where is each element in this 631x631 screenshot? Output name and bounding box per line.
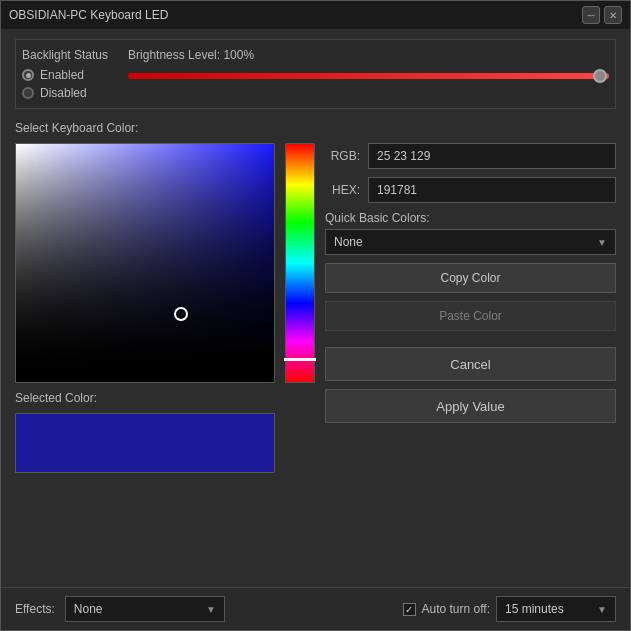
auto-turn-off-dropdown[interactable]: 15 minutes ▼	[496, 596, 616, 622]
selected-color-swatch	[15, 413, 275, 473]
backlight-label: Backlight Status	[22, 48, 108, 62]
enabled-label: Enabled	[40, 68, 84, 82]
chevron-down-icon: ▼	[597, 237, 607, 248]
color-gradient[interactable]	[15, 143, 275, 383]
effects-chevron-icon: ▼	[206, 604, 216, 615]
main-window: OBSIDIAN-PC Keyboard LED ─ ✕ Backlight S…	[0, 0, 631, 631]
title-bar: OBSIDIAN-PC Keyboard LED ─ ✕	[1, 1, 630, 29]
gradient-cursor	[174, 307, 188, 321]
right-panel: RGB: HEX: Quick Basic Colors: None ▼ Cop…	[325, 143, 616, 423]
title-bar-controls: ─ ✕	[582, 6, 622, 24]
paste-color-button[interactable]: Paste Color	[325, 301, 616, 331]
brightness-label: Brightness Level: 100%	[128, 48, 609, 62]
disabled-label: Disabled	[40, 86, 87, 100]
cancel-button[interactable]: Cancel	[325, 347, 616, 381]
effects-dropdown[interactable]: None ▼	[65, 596, 225, 622]
hex-row: HEX:	[325, 177, 616, 203]
minimize-button[interactable]: ─	[582, 6, 600, 24]
color-section-label: Select Keyboard Color:	[15, 121, 616, 135]
top-section: Backlight Status Enabled Disabled Bright…	[15, 39, 616, 109]
quick-colors-label: Quick Basic Colors:	[325, 211, 616, 225]
effects-selected: None	[74, 602, 103, 616]
rgb-label: RGB:	[325, 149, 360, 163]
hue-slider-container	[285, 143, 315, 383]
copy-color-button[interactable]: Copy Color	[325, 263, 616, 293]
backlight-group: Backlight Status Enabled Disabled	[22, 48, 108, 100]
brightness-slider-track[interactable]	[128, 73, 609, 79]
main-content: Backlight Status Enabled Disabled Bright…	[1, 29, 630, 587]
rgb-row: RGB:	[325, 143, 616, 169]
auto-chevron-icon: ▼	[597, 604, 607, 615]
rgb-input[interactable]	[368, 143, 616, 169]
color-picker-area: Selected Color: RGB: HEX:	[15, 143, 616, 473]
bottom-bar: Effects: None ▼ Auto turn off: 15 minute…	[1, 587, 630, 630]
hex-label: HEX:	[325, 183, 360, 197]
color-gradient-wrapper: Selected Color:	[15, 143, 275, 473]
hue-thumb	[284, 358, 316, 361]
enabled-radio[interactable]	[22, 69, 34, 81]
auto-turn-section: Auto turn off: 15 minutes ▼	[403, 596, 617, 622]
auto-turn-off-selected: 15 minutes	[505, 602, 564, 616]
auto-turn-off-checkbox[interactable]	[403, 603, 416, 616]
disabled-radio-row[interactable]: Disabled	[22, 86, 108, 100]
window-title: OBSIDIAN-PC Keyboard LED	[9, 8, 168, 22]
disabled-radio[interactable]	[22, 87, 34, 99]
selected-color-label: Selected Color:	[15, 391, 275, 405]
effects-label: Effects:	[15, 602, 55, 616]
hex-input[interactable]	[368, 177, 616, 203]
quick-colors-section: Quick Basic Colors: None ▼	[325, 211, 616, 255]
brightness-slider-container	[128, 68, 609, 84]
auto-turn-off-label: Auto turn off:	[422, 602, 491, 616]
brightness-group: Brightness Level: 100%	[128, 48, 609, 84]
brightness-slider-thumb[interactable]	[593, 69, 607, 83]
quick-colors-dropdown[interactable]: None ▼	[325, 229, 616, 255]
quick-colors-selected: None	[334, 235, 363, 249]
hue-slider[interactable]	[285, 143, 315, 383]
enabled-radio-row[interactable]: Enabled	[22, 68, 108, 82]
apply-value-button[interactable]: Apply Value	[325, 389, 616, 423]
close-button[interactable]: ✕	[604, 6, 622, 24]
